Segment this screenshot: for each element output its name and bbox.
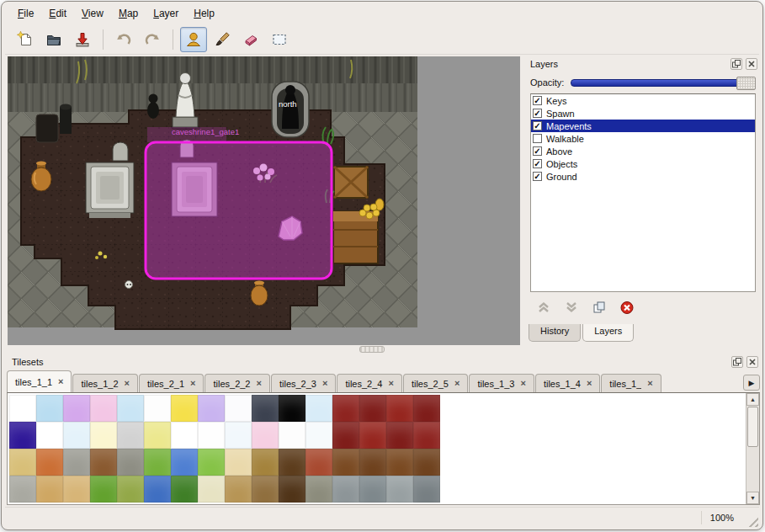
tileset-tile[interactable] [359,395,386,422]
tileset-tile[interactable] [198,422,225,449]
tileset-tile[interactable] [225,476,252,503]
move-layer-down-button[interactable] [563,300,580,315]
tileset-tile[interactable] [144,422,171,449]
tileset-tile[interactable] [90,395,117,422]
layer-row-ground[interactable]: ✓ Ground [531,170,755,183]
map-canvas-area[interactable]: north caveshrine1_gate1 [8,56,520,345]
delete-layer-button[interactable] [619,300,635,315]
tileset-tile[interactable] [117,449,144,476]
tileset-tile[interactable] [279,395,305,422]
tileset-scrollbar[interactable]: ▲ ▼ [746,393,759,504]
tileset-tile[interactable] [359,476,386,503]
menu-layer[interactable]: Layer [146,5,186,22]
tileset-tile[interactable] [305,476,332,503]
tileset-tile[interactable] [117,476,144,503]
close-tab-icon[interactable] [190,379,195,388]
layer-checkbox[interactable]: ✓ [533,172,542,181]
undo-button[interactable] [110,27,137,52]
undock-panel-button[interactable] [731,356,743,368]
tileset-tile[interactable] [90,476,117,503]
layer-row-above[interactable]: ✓ Above [531,145,755,157]
layer-checkbox[interactable] [533,134,542,143]
close-tab-icon[interactable] [647,379,652,388]
open-button[interactable] [40,27,67,52]
close-tab-icon[interactable] [388,379,393,388]
tileset-tile[interactable] [252,395,279,422]
layer-checkbox[interactable]: ✓ [533,96,542,105]
tileset-tile[interactable] [252,422,279,449]
tileset-tile[interactable] [279,422,305,449]
select-tool-button[interactable] [266,27,293,52]
tab-layers[interactable]: Layers [582,324,634,342]
tileset-tile[interactable] [9,422,36,449]
scroll-up-button[interactable]: ▲ [746,393,759,406]
tileset-tab[interactable]: tiles_1_2 [72,374,137,392]
menu-map[interactable]: Map [111,5,146,22]
tileset-tile[interactable] [198,476,225,503]
selection-rectangle[interactable] [146,127,332,279]
tileset-tile[interactable] [386,422,413,449]
tileset-tile[interactable] [144,395,171,422]
tileset-tile[interactable] [279,476,305,503]
tileset-tile[interactable] [144,449,171,476]
layer-checkbox[interactable]: ✓ [533,121,542,130]
tileset-tile[interactable] [305,449,332,476]
tileset-tab[interactable]: tiles_1_ [601,374,661,392]
tileset-tab[interactable]: tiles_2_4 [337,374,401,392]
tileset-tile[interactable] [386,476,413,503]
tileset-tile[interactable] [413,476,440,503]
tileset-tile[interactable] [36,449,63,476]
tileset-tile[interactable] [171,476,198,503]
resize-grip[interactable] [746,514,758,527]
new-map-button[interactable] [12,27,39,52]
tileset-tile[interactable] [171,449,198,476]
tab-history[interactable]: History [529,324,581,342]
tileset-tile[interactable] [252,476,279,503]
tileset-tile[interactable] [117,422,144,449]
opacity-slider[interactable] [571,79,756,87]
close-tab-icon[interactable] [125,379,130,388]
layer-row-spawn[interactable]: ✓ Spawn [531,107,755,120]
tileset-tile[interactable] [413,395,440,422]
menu-file[interactable]: File [10,5,41,22]
close-tab-icon[interactable] [587,379,592,388]
tileset-tile[interactable] [305,395,332,422]
menu-edit[interactable]: Edit [41,5,74,22]
tileset-tab[interactable]: tiles_1_1 [7,370,72,392]
tileset-tile[interactable] [332,476,359,503]
tileset-grid[interactable] [9,395,440,503]
tileset-tile[interactable] [36,422,63,449]
tileset-tile[interactable] [198,449,225,476]
move-layer-up-button[interactable] [535,300,552,315]
dock-splitter[interactable] [8,345,761,354]
map-canvas[interactable]: north caveshrine1_gate1 [8,56,520,345]
layer-row-mapevents[interactable]: ✓ Mapevents [531,120,755,132]
tileset-tile[interactable] [225,422,252,449]
tab-scroll-right-button[interactable]: ▶ [743,375,760,391]
tileset-tab[interactable]: tiles_2_1 [139,374,204,392]
menu-view[interactable]: View [74,5,111,22]
tileset-tile[interactable] [332,449,359,476]
scroll-down-button[interactable]: ▼ [746,492,759,504]
tileset-tile[interactable] [63,476,90,503]
close-tab-icon[interactable] [58,377,63,386]
tileset-tile[interactable] [198,395,225,422]
stamp-tool-button[interactable] [180,27,207,52]
tileset-tile[interactable] [171,395,198,422]
tileset-tile[interactable] [9,395,36,422]
tileset-tile[interactable] [386,449,413,476]
tileset-tile[interactable] [144,476,171,503]
tileset-tile[interactable] [332,422,359,449]
tileset-tile[interactable] [225,449,252,476]
close-tab-icon[interactable] [257,379,262,388]
tileset-tile[interactable] [413,449,440,476]
layer-checkbox[interactable]: ✓ [533,146,542,156]
tileset-tile[interactable] [9,476,36,503]
eraser-tool-button[interactable] [237,27,264,52]
close-panel-button[interactable] [746,58,757,70]
close-tab-icon[interactable] [454,379,460,388]
layer-row-walkable[interactable]: Walkable [531,132,755,145]
tileset-tile[interactable] [386,395,413,422]
tileset-tile[interactable] [9,449,36,476]
tileset-tile[interactable] [63,422,90,449]
